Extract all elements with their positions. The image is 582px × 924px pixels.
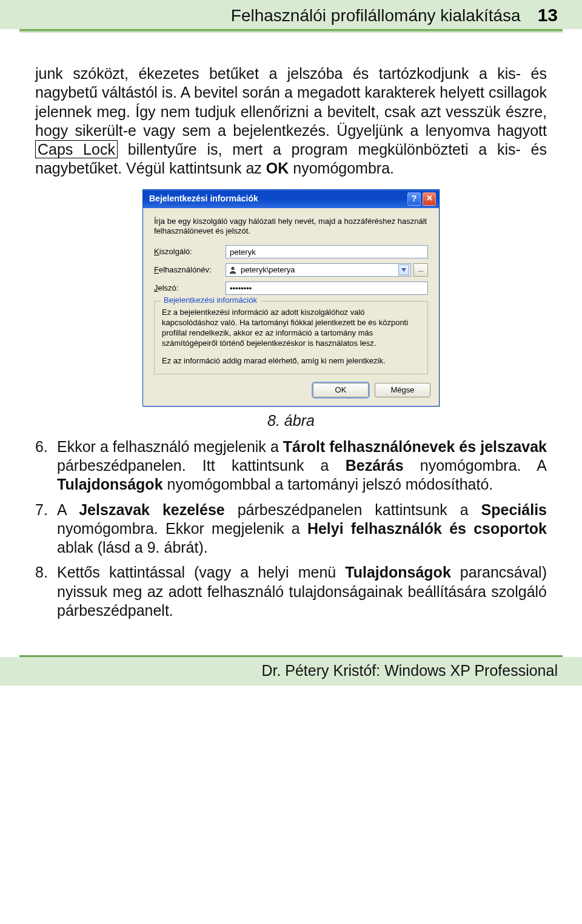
- header-title: Felhasználói profilállomány kialakítása: [231, 6, 521, 25]
- intro-text-1: junk szóközt, ékezetes betűket a jelszób…: [35, 65, 547, 139]
- intro-paragraph: junk szóközt, ékezetes betűket a jelszób…: [35, 64, 547, 178]
- list-body: A Jelszavak kezelése párbeszédpanelen ka…: [57, 501, 547, 558]
- svg-point-0: [231, 267, 234, 270]
- page-header: Felhasználói profilállomány kialakítása …: [0, 0, 582, 29]
- page-number: 13: [538, 5, 558, 25]
- list-number: 6.: [35, 437, 57, 494]
- list-item: 8.Kettős kattintással (vagy a helyi menü…: [35, 563, 547, 620]
- password-input[interactable]: [226, 282, 428, 295]
- bold-term: Bezárás: [346, 457, 404, 474]
- help-button[interactable]: ?: [407, 192, 421, 206]
- help-icon: ?: [412, 194, 417, 204]
- server-input[interactable]: [226, 245, 428, 258]
- dialog-title: Bejelentkezési információk: [149, 194, 258, 204]
- browse-button[interactable]: ...: [413, 263, 428, 277]
- ok-word: OK: [266, 160, 289, 177]
- groupbox-p1: Ez a bejelentkezési információ az adott …: [162, 308, 420, 349]
- list-body: Kettős kattintással (vagy a helyi menü T…: [57, 563, 547, 620]
- bold-term: Tulajdonságok: [345, 564, 451, 581]
- bold-term: Helyi felhasználók és csoportok: [307, 520, 547, 537]
- bold-term: Speciális: [481, 501, 547, 518]
- login-info-groupbox: Bejelentkezési információk Ez a bejelent…: [154, 301, 428, 374]
- intro-text-3: nyomógombra.: [289, 160, 394, 177]
- caps-lock-key: Caps Lock: [35, 140, 118, 158]
- list-body: Ekkor a felhasználó megjelenik a Tárolt …: [57, 437, 547, 494]
- list-number: 7.: [35, 501, 57, 558]
- close-button[interactable]: ✕: [423, 192, 436, 206]
- bold-term: Jelszavak kezelése: [79, 501, 225, 518]
- person-icon: [229, 266, 237, 274]
- server-label: Kiszolgáló:: [154, 247, 226, 257]
- cancel-button[interactable]: Mégse: [375, 383, 430, 397]
- bold-term: Tulajdonságok: [57, 476, 163, 493]
- dialog-instruction: Írja be egy kiszolgáló vagy hálózati hel…: [154, 217, 428, 237]
- groupbox-p2: Ez az információ addig marad elérhető, a…: [162, 356, 420, 366]
- password-label: Jelszó:: [154, 283, 226, 293]
- groupbox-legend: Bejelentkezési információk: [161, 295, 260, 305]
- list-number: 8.: [35, 563, 57, 620]
- username-value: peteryk\peterya: [241, 265, 295, 275]
- footer-text: Dr. Pétery Kristóf: Windows XP Professio…: [261, 662, 558, 679]
- login-info-dialog: Bejelentkezési információk ? ✕ Írja be e…: [142, 189, 440, 406]
- list-item: 7.A Jelszavak kezelése párbeszédpanelen …: [35, 501, 547, 558]
- username-label: Felhasználónév:: [154, 265, 226, 275]
- ok-button[interactable]: OK: [313, 383, 369, 397]
- bold-term: Tárolt felhasználónevek és jelszavak: [283, 438, 547, 455]
- header-rule: [19, 29, 563, 31]
- page-content: junk szóközt, ékezetes betűket a jelszób…: [0, 31, 582, 638]
- close-icon: ✕: [426, 194, 433, 203]
- figure-caption: 8. ábra: [35, 411, 547, 430]
- list-item: 6.Ekkor a felhasználó megjelenik a Tárol…: [35, 437, 547, 494]
- dialog-titlebar[interactable]: Bejelentkezési információk ? ✕: [143, 190, 439, 208]
- username-combo[interactable]: peteryk\peterya: [226, 263, 411, 277]
- chevron-down-icon[interactable]: [398, 265, 409, 275]
- page-footer: Dr. Pétery Kristóf: Windows XP Professio…: [0, 657, 582, 686]
